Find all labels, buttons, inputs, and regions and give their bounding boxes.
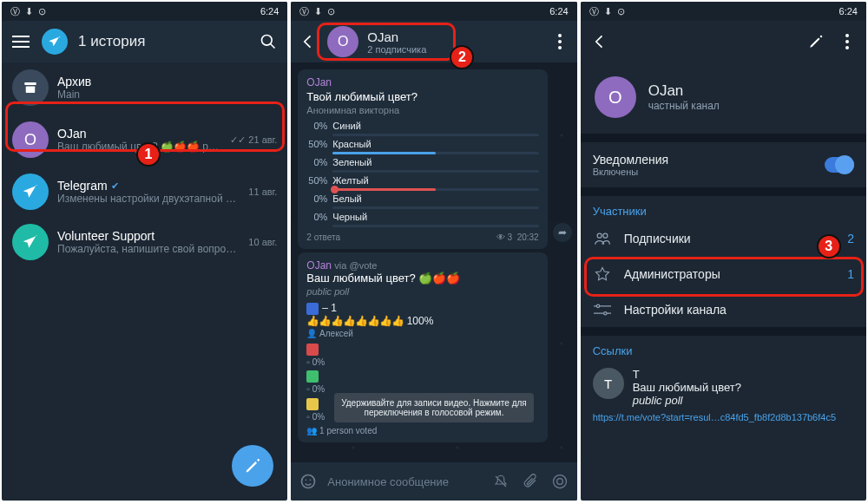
msg-author: OJan	[306, 76, 538, 88]
notif-sub: Включены	[593, 167, 669, 177]
channel-settings-row[interactable]: Настройки канала	[581, 292, 866, 327]
members-header: Участники	[581, 196, 866, 221]
poll-option[interactable]: 50%Желтый	[306, 175, 538, 191]
admins-value: 1	[847, 267, 854, 281]
message-input-bar: Анонимное сообщение	[291, 462, 576, 501]
poll-answers: 2 ответа	[306, 232, 340, 242]
message-placeholder[interactable]: Анонимное сообщение	[327, 475, 481, 488]
avatar	[12, 173, 49, 210]
archive-sub: Main	[57, 88, 277, 101]
more-icon[interactable]	[837, 31, 858, 52]
poll-message-1[interactable]: OJan Твой любимый цвет? Анонимная виктор…	[298, 69, 547, 249]
search-icon[interactable]	[258, 31, 279, 52]
camera-icon[interactable]	[549, 471, 570, 492]
poll-option[interactable]: 50%Красный	[306, 139, 538, 154]
record-tooltip: Удерживайте для записи видео. Нажмите дл…	[334, 393, 534, 422]
poll-option[interactable]: 0%Синий	[306, 121, 538, 136]
svg-point-0	[262, 36, 273, 46]
panel-channel-info: Ⓥ⬇⊙ 6:24 O OJan частный канал Уведомлени…	[581, 2, 866, 501]
poll-option[interactable]: ▫ 0%	[306, 370, 538, 396]
svg-point-14	[597, 233, 602, 238]
status-time: 6:24	[260, 6, 279, 16]
links-header: Ссылки	[581, 336, 866, 361]
emoji-icon[interactable]	[298, 471, 319, 492]
channel-header-block: O OJan частный канал	[581, 62, 866, 134]
notif-label: Уведомления	[593, 153, 669, 167]
back-icon[interactable]	[589, 31, 610, 52]
chat-title: OJan	[367, 29, 540, 44]
msg-author: OJan via @vote	[306, 259, 538, 272]
chat-name: Volunteer Support	[57, 229, 240, 243]
svg-point-4	[558, 40, 562, 43]
status-bar: Ⓥ⬇⊙ 6:24	[291, 2, 576, 21]
svg-point-10	[556, 479, 562, 485]
chat-preview: Изменены настройки двухэтапной аутентиф…	[57, 193, 240, 205]
svg-point-6	[302, 475, 315, 488]
status-bar: Ⓥ⬇⊙ 6:24	[581, 2, 866, 21]
step-badge-1: 1	[136, 142, 161, 167]
svg-rect-2	[26, 87, 36, 94]
avatar: O	[12, 121, 49, 158]
chat-item-support[interactable]: Volunteer Support Пожалуйста, напишите с…	[2, 217, 287, 267]
svg-point-8	[310, 480, 312, 481]
svg-point-17	[603, 312, 606, 315]
chat-name: Telegram ✔	[57, 179, 240, 193]
poll-title: Твой любимый цвет?	[306, 90, 538, 103]
compose-fab[interactable]	[232, 445, 273, 487]
subs-value: 2	[847, 232, 854, 245]
admins-icon	[593, 266, 612, 282]
admins-label: Администраторы	[624, 267, 720, 281]
step-badge-3: 3	[817, 234, 841, 259]
chat-item-telegram[interactable]: Telegram ✔ Изменены настройки двухэтапно…	[2, 167, 287, 217]
attach-icon[interactable]	[520, 471, 541, 492]
svg-point-15	[602, 233, 607, 238]
channel-name: OJan	[648, 82, 720, 100]
link-sub2: public poll	[633, 394, 741, 407]
chat-date: 21 авг.	[248, 134, 277, 145]
panel-chat-view: Ⓥ⬇⊙ 6:24 O OJan 2 подписчика 2 OJan Твой…	[291, 2, 576, 501]
poll-subtitle: public poll	[306, 286, 538, 297]
poll-meta: 👁 3 20:32	[496, 232, 539, 242]
svg-point-9	[553, 475, 566, 488]
poll-option[interactable]: ▫ 0%	[306, 343, 538, 368]
link-item[interactable]: T T Ваш любимый цвет? public poll https:…	[581, 361, 866, 429]
edit-icon[interactable]	[806, 31, 826, 52]
poll-option[interactable]: 0%Зеленый	[306, 157, 538, 173]
poll-option[interactable]: 0%Черный	[306, 212, 538, 227]
poll-option[interactable]: – 1 👍👍👍👍👍👍👍👍 100% 👤 Алексей	[306, 302, 538, 339]
notifications-row[interactable]: Уведомления Включены	[581, 142, 866, 187]
poll-title: Ваш любимый цвет? 🍏🍎🍎	[306, 272, 538, 285]
chat-avatar: O	[327, 26, 358, 57]
mute-icon[interactable]	[490, 471, 511, 492]
subscribers-icon	[593, 232, 612, 245]
chat-list-header: 1 история	[2, 21, 287, 62]
more-icon[interactable]	[549, 31, 570, 52]
archive-title: Архив	[57, 75, 277, 88]
chat-header[interactable]: O OJan 2 подписчика	[291, 21, 576, 62]
admins-row[interactable]: Администраторы 1	[581, 256, 866, 292]
back-icon[interactable]	[298, 31, 319, 52]
chat-date: 11 авг.	[248, 187, 277, 197]
archive-item[interactable]: Архив Main	[2, 62, 287, 113]
svg-rect-1	[24, 82, 36, 85]
status-bar: Ⓥ⬇⊙ 6:24	[2, 2, 287, 21]
notif-toggle[interactable]	[825, 157, 854, 173]
panel-chat-list: Ⓥ⬇⊙ 6:24 1 история Архив Main O OJan Ваш…	[2, 2, 287, 501]
poll-option[interactable]: 0%Белый	[306, 193, 538, 209]
svg-point-12	[845, 40, 849, 43]
share-icon[interactable]: ➦	[553, 223, 572, 242]
subs-label: Подписчики	[624, 232, 691, 245]
poll-voted: 1 person voted	[319, 426, 377, 435]
channel-type: частный канал	[648, 100, 720, 112]
channel-avatar: O	[595, 76, 636, 118]
chat-preview: Пожалуйста, напишите свой вопрос новым с…	[57, 243, 240, 255]
svg-point-5	[558, 46, 562, 49]
svg-point-3	[558, 34, 562, 37]
poll-subtitle: Анонимная викторна	[306, 105, 538, 115]
chat-date: 10 авг.	[248, 237, 277, 247]
link-avatar: T	[593, 368, 624, 399]
app-avatar	[42, 29, 68, 55]
link-url[interactable]: https://t.me/vote?start=resul…c84fd5_fb8…	[593, 412, 854, 422]
menu-icon[interactable]	[10, 31, 31, 52]
svg-point-13	[845, 46, 849, 49]
